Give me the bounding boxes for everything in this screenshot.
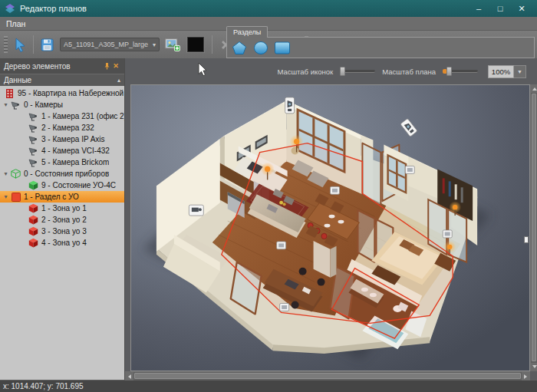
data-section-title: Данные [4, 76, 117, 84]
menu-plan[interactable]: План [0, 17, 31, 30]
tree-item[interactable]: 4 - Зона уо 4 [0, 237, 124, 249]
plan-select-value: A5_11091_A305_MP_large [64, 41, 150, 48]
tree-item[interactable]: 4 - Камера VCI-432 [0, 145, 124, 156]
toolbar: A5_11091_A305_MP_large ▾ [0, 31, 537, 58]
tree-item[interactable]: 2 - Камера 232 [0, 122, 124, 133]
plan-viewport[interactable] [130, 84, 530, 371]
icon-scale-slider[interactable] [340, 70, 375, 73]
building-icon [4, 88, 15, 98]
save-icon [41, 38, 54, 51]
horizontal-scrollbar[interactable] [125, 371, 530, 380]
tree-item[interactable]: ▾1 - Раздел с УО [0, 191, 124, 203]
tree-item[interactable]: ▾0 - Состояния приборов [0, 168, 124, 180]
expander-icon[interactable]: ▾ [2, 170, 10, 177]
vertical-scrollbar[interactable] [530, 84, 537, 371]
tree-item-label: 0 - Камеры [24, 100, 63, 109]
sections-panel [226, 37, 535, 58]
ellipse-icon [253, 41, 268, 55]
scroll-right-button[interactable] [522, 372, 530, 380]
shape-rectangle-button[interactable] [273, 39, 292, 56]
expander-icon[interactable]: ▾ [2, 101, 10, 108]
toolbar-grip[interactable] [4, 36, 8, 53]
plan-marker-white-box[interactable] [331, 186, 340, 194]
camera-icon [28, 111, 39, 121]
cube-red-icon [28, 203, 39, 213]
tree-item-label: 5 - Камера Brickom [41, 158, 109, 166]
icon-scale-label: Масштаб иконок [277, 68, 333, 76]
horizontal-scroll-thumb[interactable] [134, 373, 521, 379]
shape-polygon-button[interactable] [230, 39, 249, 56]
camera-icon [28, 134, 39, 144]
zoom-combo[interactable]: 100% ▼ [488, 65, 526, 78]
select-tool-button[interactable] [10, 35, 30, 54]
scroll-left-button[interactable] [125, 372, 133, 380]
tree-item-label: 4 - Камера VCI-432 [41, 147, 110, 155]
shape-ellipse-button[interactable] [252, 39, 270, 56]
title-bar: Редактор планов – □ ✕ [0, 0, 537, 17]
tree-item-label: 1 - Зона уо 1 [41, 204, 87, 212]
color-swatch[interactable] [187, 37, 204, 52]
zoom-dropdown-button[interactable]: ▼ [514, 65, 526, 78]
close-button[interactable]: ✕ [511, 1, 532, 16]
tree-item[interactable]: 95 - Квартира на Набережной (PGE) [0, 87, 124, 99]
expander-icon[interactable]: ▾ [2, 193, 10, 200]
chevron-down-icon: ▾ [153, 41, 156, 48]
scroll-down-button[interactable] [531, 363, 537, 371]
app-icon [5, 4, 15, 13]
plan-marker-white-box[interactable] [280, 303, 289, 311]
tree-item-label: 2 - Камера 232 [41, 124, 94, 132]
element-tree-header: Дерево элементов ✕ [0, 58, 124, 74]
tree-item-label: 9 - Состояние УО-4С [41, 181, 116, 189]
panel-close-icon[interactable]: ✕ [111, 61, 120, 71]
element-tree: 95 - Квартира на Набережной (PGE)▾0 - Ка… [0, 86, 124, 380]
tree-item[interactable]: 1 - Камера 231 (офис 2) [0, 110, 124, 122]
minimize-button[interactable]: – [468, 1, 489, 16]
pentagon-icon [232, 41, 247, 55]
tree-item-label: 1 - Раздел с УО [24, 193, 79, 201]
tree-item[interactable]: 3 - Зона уо 3 [0, 226, 124, 237]
plan-marker-white-box[interactable] [277, 242, 286, 249]
save-button[interactable] [37, 35, 57, 54]
tree-item-label: 1 - Камера 231 (офис 2) [41, 112, 124, 120]
tree-item[interactable]: 2 - Зона уо 2 [0, 214, 124, 226]
tree-item-label: 2 - Зона уо 2 [41, 216, 87, 224]
plan-scale-slider[interactable] [443, 70, 478, 73]
canvas-toolbar: Масштаб иконок Масштаб плана 100% ▼ [125, 58, 537, 84]
tree-item[interactable]: 1 - Зона уо 1 [0, 203, 124, 214]
cube-red-icon [28, 238, 39, 248]
data-section-header[interactable]: Данные ▴ [0, 74, 124, 86]
resize-handle[interactable] [524, 236, 529, 243]
plan-scale-label: Масштаб плана [382, 68, 436, 76]
camera-icon [28, 146, 39, 156]
tree-item[interactable]: 5 - Камера Brickom [0, 156, 124, 168]
camera-icon [28, 157, 39, 167]
scroll-up-button[interactable] [531, 84, 537, 93]
camera-icon [28, 123, 39, 133]
plan-marker-camera-box[interactable] [189, 205, 203, 216]
plan-select[interactable]: A5_11091_A305_MP_large ▾ [60, 38, 160, 51]
square-red-icon [10, 192, 21, 202]
zoom-value: 100% [488, 65, 514, 78]
add-image-icon [165, 38, 180, 51]
plan-editor-window: Редактор планов – □ ✕ План [0, 0, 537, 392]
camera-icon [10, 100, 21, 110]
cursor-icon [13, 38, 28, 52]
tree-item[interactable]: ▾0 - Камеры [0, 99, 124, 110]
pin-icon[interactable] [102, 61, 111, 71]
plan-marker-white-box[interactable] [405, 166, 414, 173]
tree-item-label: 0 - Состояния приборов [24, 170, 109, 178]
plan-marker-white-box[interactable] [443, 230, 452, 238]
element-tree-panel: Дерево элементов ✕ Данные ▴ 95 - Квартир… [0, 58, 125, 380]
maximize-button[interactable]: □ [489, 1, 511, 16]
cube-green-icon [28, 180, 39, 190]
tree-item-label: 3 - Камера IP Axis [41, 135, 105, 143]
cube-wire-green-icon [10, 169, 21, 179]
collapse-icon[interactable]: ▴ [117, 77, 120, 84]
tab-sections[interactable]: Разделы [226, 26, 268, 38]
tree-item[interactable]: 9 - Состояние УО-4С [0, 180, 124, 191]
tree-item[interactable]: 3 - Камера IP Axis [0, 133, 124, 145]
vertical-scroll-thumb[interactable] [532, 94, 536, 361]
rectangle-icon [274, 41, 291, 55]
add-image-button[interactable] [163, 35, 183, 54]
plan-marker-camera-upright[interactable] [285, 97, 295, 114]
